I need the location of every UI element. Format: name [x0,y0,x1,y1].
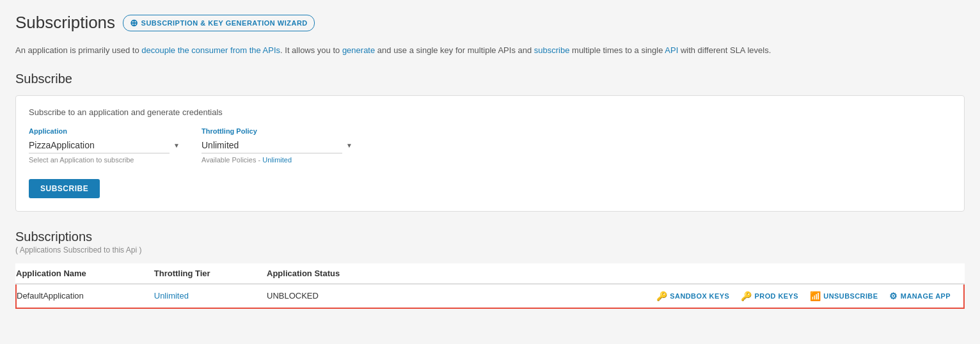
col-app-name: Application Name [16,263,154,284]
application-label: Application [29,127,182,135]
subscriptions-table: Application Name Throttling Tier Applica… [15,263,965,309]
page-header: Subscriptions ⊕ SUBSCRIPTION & KEY GENER… [15,13,965,33]
table-body: DefaultApplication Unlimited UNBLOCKED 🔑… [16,284,964,308]
sandbox-keys-button[interactable]: 🔑 SANDBOX KEYS [656,291,729,301]
application-select[interactable]: PizzaApplication [29,137,170,153]
chevron-down-icon: ▼ [173,142,180,149]
api-link[interactable]: API [665,45,678,55]
throttling-select-wrapper: Unlimited ▼ [202,137,355,153]
app-name-text: DefaultApplication [17,291,84,301]
subscribe-card: Subscribe to an application and generate… [15,95,965,212]
throttling-label: Throttling Policy [202,127,355,135]
cell-actions: 🔑 SANDBOX KEYS 🔑 PROD KEYS 📶 UNSUBSCRIBE… [410,284,964,308]
unsubscribe-icon: 📶 [810,291,821,301]
throttling-group: Throttling Policy Unlimited ▼ Available … [202,127,355,164]
throttling-chevron-icon: ▼ [346,142,352,149]
subscribe-button[interactable]: SUBSCRIBE [29,179,100,198]
page-title: Subscriptions [15,13,115,33]
unsubscribe-button[interactable]: 📶 UNSUBSCRIBE [810,291,878,301]
unsubscribe-label: UNSUBSCRIBE [823,292,878,300]
col-actions [410,263,964,284]
manage-app-icon: ⚙ [889,291,897,301]
status-text: UNBLOCKED [267,291,319,301]
cell-throttling-tier: Unlimited [154,284,267,308]
manage-app-label: MANAGE APP [901,292,951,300]
cell-app-name: DefaultApplication [16,284,154,308]
throttling-select[interactable]: Unlimited [202,137,342,153]
prod-keys-label: PROD KEYS [755,292,798,300]
available-policies-prefix: Available Policies - [202,156,262,164]
subscribe-form-row: Application PizzaApplication ▼ Select an… [29,127,951,164]
action-buttons: 🔑 SANDBOX KEYS 🔑 PROD KEYS 📶 UNSUBSCRIBE… [410,291,957,301]
info-text: An application is primarily used to deco… [15,44,965,58]
wizard-label: SUBSCRIPTION & KEY GENERATION WIZARD [141,19,308,27]
prod-keys-icon: 🔑 [741,291,752,301]
col-throttling-tier: Throttling Tier [154,263,267,284]
subscriptions-section-title: Subscriptions [15,230,965,244]
cell-app-status: UNBLOCKED [267,284,410,308]
table-header-row: Application Name Throttling Tier Applica… [16,263,964,284]
application-select-wrapper: PizzaApplication ▼ [29,137,182,153]
throttling-tier-link[interactable]: Unlimited [154,291,189,301]
application-group: Application PizzaApplication ▼ Select an… [29,127,182,164]
application-hint: Select an Application to subscribe [29,156,182,164]
subscribe-section-title: Subscribe [15,72,965,86]
sandbox-keys-label: SANDBOX KEYS [670,292,729,300]
available-policies-value[interactable]: Unlimited [262,156,292,164]
available-policies-hint: Available Policies - Unlimited [202,156,355,164]
subscriptions-subtitle: ( Applications Subscribed to this Api ) [15,246,965,254]
manage-app-button[interactable]: ⚙ MANAGE APP [889,291,951,301]
plus-circle-icon: ⊕ [130,17,139,29]
wizard-link[interactable]: ⊕ SUBSCRIPTION & KEY GENERATION WIZARD [123,15,315,31]
sandbox-keys-icon: 🔑 [656,291,667,301]
subscribe-card-title: Subscribe to an application and generate… [29,107,951,117]
table-row: DefaultApplication Unlimited UNBLOCKED 🔑… [16,284,964,308]
prod-keys-button[interactable]: 🔑 PROD KEYS [741,291,798,301]
generate-link[interactable]: generate [342,45,375,55]
col-app-status: Application Status [267,263,410,284]
decouple-link[interactable]: decouple the consumer from the APIs [141,45,280,55]
subscribe-link[interactable]: subscribe [534,45,570,55]
table-header: Application Name Throttling Tier Applica… [16,263,964,284]
